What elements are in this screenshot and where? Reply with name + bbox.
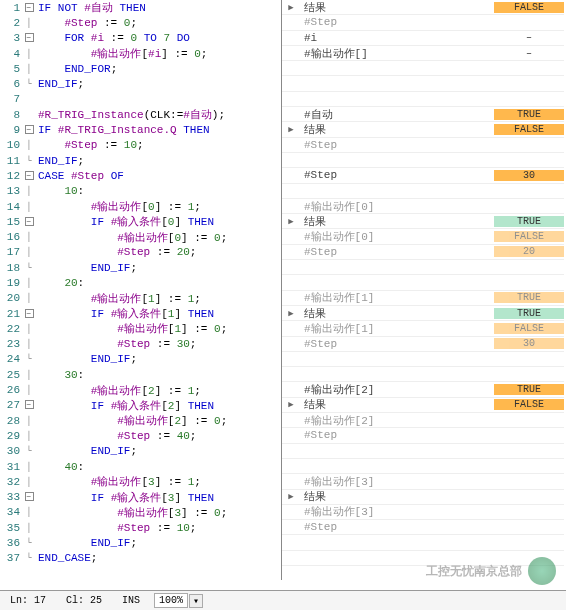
fold-gutter: │ — [22, 416, 36, 426]
code-line[interactable]: 20│ #输出动作[1] := 1; — [0, 291, 281, 306]
watch-row[interactable]: #Step — [282, 520, 564, 535]
watch-row[interactable]: ▶结果FALSE — [282, 398, 564, 413]
watch-row[interactable]: ▶结果TRUE — [282, 306, 564, 321]
watch-row[interactable]: #输出动作[1]TRUE — [282, 291, 564, 306]
code-line[interactable]: 31│ 40: — [0, 459, 281, 474]
watch-row[interactable] — [282, 352, 564, 367]
code-line[interactable]: 1−IF NOT #自动 THEN — [0, 0, 281, 15]
watch-row[interactable] — [282, 61, 564, 76]
watch-row[interactable]: #输出动作[0]FALSE — [282, 229, 564, 244]
watch-row[interactable] — [282, 275, 564, 290]
fold-minus-icon[interactable]: − — [25, 309, 34, 318]
code-line[interactable]: 4│ #输出动作[#i] := 0; — [0, 46, 281, 61]
fold-minus-icon[interactable]: − — [25, 125, 34, 134]
watch-row[interactable]: #自动TRUE — [282, 107, 564, 122]
code-line[interactable]: 13│ 10: — [0, 184, 281, 199]
watch-row[interactable] — [282, 459, 564, 474]
code-line[interactable]: 11└END_IF; — [0, 153, 281, 168]
code-line[interactable]: 9−IF #R_TRIG_Instance.Q THEN — [0, 122, 281, 137]
fold-gutter[interactable]: − — [22, 3, 36, 13]
code-line[interactable]: 32│ #输出动作[3] := 1; — [0, 474, 281, 489]
code-line[interactable]: 23│ #Step := 30; — [0, 337, 281, 352]
expand-arrow-icon[interactable]: ▶ — [282, 216, 300, 227]
code-line[interactable]: 25│ 30: — [0, 367, 281, 382]
watch-row[interactable]: #i– — [282, 31, 564, 46]
code-line[interactable]: 17│ #Step := 20; — [0, 245, 281, 260]
expand-arrow-icon[interactable]: ▶ — [282, 124, 300, 135]
watch-row[interactable]: #输出动作[1]FALSE — [282, 321, 564, 336]
code-line[interactable]: 16│ #输出动作[0] := 0; — [0, 229, 281, 244]
watch-row[interactable] — [282, 153, 564, 168]
watch-row[interactable] — [282, 184, 564, 199]
watch-row[interactable] — [282, 367, 564, 382]
fold-gutter[interactable]: − — [22, 171, 36, 181]
code-line[interactable]: 22│ #输出动作[1] := 0; — [0, 321, 281, 336]
watch-row[interactable]: ▶结果FALSE — [282, 122, 564, 137]
code-line[interactable]: 27− IF #输入条件[2] THEN — [0, 398, 281, 413]
watch-row[interactable]: #Step30 — [282, 337, 564, 352]
code-line[interactable]: 28│ #输出动作[2] := 0; — [0, 413, 281, 428]
watch-row[interactable]: #输出动作[]– — [282, 46, 564, 61]
fold-minus-icon[interactable]: − — [25, 217, 34, 226]
code-line[interactable]: 36└ END_IF; — [0, 535, 281, 550]
watch-row[interactable]: ▶结果TRUE — [282, 214, 564, 229]
fold-gutter[interactable]: − — [22, 33, 36, 43]
fold-gutter[interactable]: − — [22, 309, 36, 319]
fold-minus-icon[interactable]: − — [25, 33, 34, 42]
expand-arrow-icon[interactable]: ▶ — [282, 308, 300, 319]
zoom-dropdown-icon[interactable]: ▾ — [189, 594, 203, 608]
watch-row[interactable]: #输出动作[3] — [282, 505, 564, 520]
code-line[interactable]: 29│ #Step := 40; — [0, 428, 281, 443]
code-line[interactable]: 12−CASE #Step OF — [0, 168, 281, 183]
expand-arrow-icon[interactable]: ▶ — [282, 2, 300, 13]
code-line[interactable]: 33− IF #输入条件[3] THEN — [0, 490, 281, 505]
expand-arrow-icon[interactable]: ▶ — [282, 491, 300, 502]
watch-row[interactable]: #Step20 — [282, 245, 564, 260]
watch-row[interactable] — [282, 444, 564, 459]
code-line[interactable]: 24└ END_IF; — [0, 352, 281, 367]
watch-row[interactable] — [282, 535, 564, 550]
watch-row[interactable]: ▶结果FALSE — [282, 0, 564, 15]
code-panel[interactable]: 1−IF NOT #自动 THEN2│ #Step := 0;3− FOR #i… — [0, 0, 282, 580]
fold-gutter[interactable]: − — [22, 217, 36, 227]
code-line[interactable]: 7 — [0, 92, 281, 107]
watch-row[interactable] — [282, 76, 564, 91]
code-line[interactable]: 2│ #Step := 0; — [0, 15, 281, 30]
watch-row[interactable]: #Step — [282, 428, 564, 443]
code-line[interactable]: 6└END_IF; — [0, 76, 281, 91]
fold-minus-icon[interactable]: − — [25, 400, 34, 409]
code-line[interactable]: 5│ END_FOR; — [0, 61, 281, 76]
watch-row[interactable]: ▶结果 — [282, 490, 564, 505]
watch-row[interactable]: #Step — [282, 138, 564, 153]
code-line[interactable]: 14│ #输出动作[0] := 1; — [0, 199, 281, 214]
fold-minus-icon[interactable]: − — [25, 3, 34, 12]
code-line[interactable]: 19│ 20: — [0, 275, 281, 290]
watch-row[interactable]: #输出动作[0] — [282, 199, 564, 214]
code-line[interactable]: 21− IF #输入条件[1] THEN — [0, 306, 281, 321]
code-line[interactable]: 3− FOR #i := 0 TO 7 DO — [0, 31, 281, 46]
fold-gutter[interactable]: − — [22, 125, 36, 135]
code-line[interactable]: 26│ #输出动作[2] := 1; — [0, 382, 281, 397]
watch-row[interactable] — [282, 260, 564, 275]
code-line[interactable]: 35│ #Step := 10; — [0, 520, 281, 535]
fold-minus-icon[interactable]: − — [25, 171, 34, 180]
code-line[interactable]: 10│ #Step := 10; — [0, 138, 281, 153]
watch-row[interactable]: #Step30 — [282, 168, 564, 183]
code-line[interactable]: 37└END_CASE; — [0, 551, 281, 566]
code-line[interactable]: 30└ END_IF; — [0, 444, 281, 459]
watch-row[interactable]: #Step — [282, 15, 564, 30]
code-line[interactable]: 15− IF #输入条件[0] THEN — [0, 214, 281, 229]
code-line[interactable]: 8#R_TRIG_Instance(CLK:=#自动); — [0, 107, 281, 122]
code-line[interactable]: 34│ #输出动作[3] := 0; — [0, 505, 281, 520]
expand-arrow-icon[interactable]: ▶ — [282, 399, 300, 410]
fold-gutter[interactable]: − — [22, 492, 36, 502]
fold-gutter[interactable]: − — [22, 400, 36, 410]
watch-panel[interactable]: ▶结果FALSE#Step#i–#输出动作[]–#自动TRUE▶结果FALSE#… — [282, 0, 564, 580]
zoom-select[interactable]: 100% — [154, 593, 188, 608]
watch-row[interactable]: #输出动作[2] — [282, 413, 564, 428]
code-line[interactable]: 18└ END_IF; — [0, 260, 281, 275]
watch-row[interactable]: #输出动作[3] — [282, 474, 564, 489]
fold-minus-icon[interactable]: − — [25, 492, 34, 501]
watch-row[interactable] — [282, 92, 564, 107]
watch-row[interactable]: #输出动作[2]TRUE — [282, 382, 564, 397]
